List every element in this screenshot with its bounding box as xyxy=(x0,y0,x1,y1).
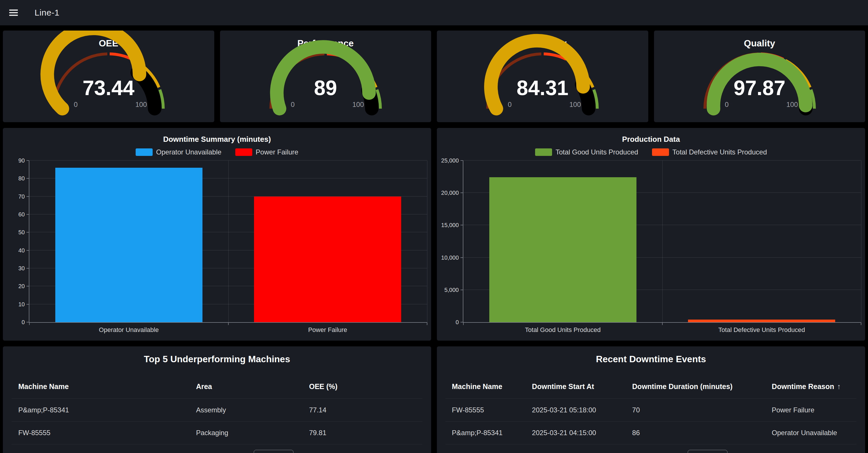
dashboard-title: Line-1 xyxy=(35,8,59,18)
x-axis-line xyxy=(29,322,427,323)
table-cell: 77.14 xyxy=(309,406,326,414)
chart-row: Downtime Summary (minutes) Operator Unav… xyxy=(3,128,865,341)
x-category-label: Total Good Units Produced xyxy=(463,326,662,334)
y-axis-tick-label: 60 xyxy=(19,211,25,218)
row-divider xyxy=(445,421,857,422)
panel-availability-gauge: Availability 84.31 0 100 xyxy=(437,31,648,122)
category-boundary-line xyxy=(427,160,427,322)
legend-item[interactable]: Total Defective Units Produced xyxy=(652,148,767,156)
panel-title: Recent Downtime Events xyxy=(437,354,865,365)
legend-item[interactable]: Operator Unavailable xyxy=(136,148,221,156)
bar-total-good-units-produced[interactable] xyxy=(489,177,637,322)
column-header[interactable]: Downtime Duration (minutes) xyxy=(632,383,733,391)
table-cell: Packaging xyxy=(196,429,228,437)
chart-legend: Total Good Units ProducedTotal Defective… xyxy=(437,148,865,156)
column-header[interactable]: Machine Name xyxy=(19,383,69,391)
y-axis-tick-label: 10 xyxy=(19,301,25,307)
y-axis-line xyxy=(29,160,29,322)
gauge-min-label: 0 xyxy=(58,100,93,109)
category-boundary-line xyxy=(861,160,861,322)
gauge-min-label: 0 xyxy=(276,100,310,109)
column-header[interactable]: Machine Name xyxy=(452,383,502,391)
column-header[interactable]: Downtime Start At xyxy=(532,383,594,391)
y-axis-tick-label: 30 xyxy=(19,265,25,272)
table-cell: 79.81 xyxy=(309,429,326,437)
y-axis-tick-label: 70 xyxy=(19,193,25,200)
column-header[interactable]: OEE (%) xyxy=(309,383,338,391)
x-category-label: Operator Unavailable xyxy=(29,326,228,334)
x-category-label: Total Defective Units Produced xyxy=(662,326,861,334)
y-axis-tick-label: 0 xyxy=(22,319,25,326)
panel-recent-downtime-events: Recent Downtime Events Machine NameDownt… xyxy=(437,346,865,453)
y-axis-tick-label: 25,000 xyxy=(441,157,459,164)
table-cell: FW-85555 xyxy=(452,406,484,414)
column-header[interactable]: Downtime Reason↑ xyxy=(772,382,841,391)
panel-title: Downtime Summary (minutes) xyxy=(3,135,431,144)
x-axis-tick xyxy=(662,323,663,325)
table-cell: P&amp;P-85341 xyxy=(452,429,502,437)
table-cell: 2025-03-21 05:18:00 xyxy=(532,406,596,414)
gauge-max-label: 100 xyxy=(775,100,810,109)
sort-ascending-icon: ↑ xyxy=(837,382,841,391)
table-cell: 70 xyxy=(632,406,640,414)
bar-power-failure[interactable] xyxy=(254,197,401,322)
y-axis-tick-label: 20 xyxy=(19,283,25,290)
y-axis-tick-label: 40 xyxy=(19,247,25,253)
panel-top5-underperforming-machines: Top 5 Underperforming Machines Machine N… xyxy=(3,346,431,453)
legend-label: Power Failure xyxy=(256,148,298,156)
panel-performance-gauge: Performance 89 0 100 xyxy=(220,31,431,122)
chart-legend: Operator UnavailablePower Failure xyxy=(3,148,431,156)
panel-downtime-summary-chart: Downtime Summary (minutes) Operator Unav… xyxy=(3,128,431,341)
category-boundary-line xyxy=(662,160,663,322)
x-axis-tick xyxy=(29,323,30,325)
row-divider xyxy=(445,444,857,444)
pagination-button[interactable] xyxy=(688,450,727,453)
menu-icon[interactable] xyxy=(9,9,18,16)
bar-operator-unavailable[interactable] xyxy=(55,168,203,322)
table-cell: P&amp;P-85341 xyxy=(19,406,69,414)
row-divider xyxy=(11,421,423,422)
legend-swatch xyxy=(136,148,153,156)
x-category-label: Power Failure xyxy=(228,326,427,334)
gauge-row: OEE 73.44 0 100 Performance 89 0 100 Ava… xyxy=(3,31,865,122)
panel-oee-gauge: OEE 73.44 0 100 xyxy=(3,31,214,122)
gauge-value: 97.87 xyxy=(654,76,865,100)
y-axis-tick-label: 10,000 xyxy=(441,254,459,261)
legend-label: Total Good Units Produced xyxy=(556,148,638,156)
top-navigation-bar: Line-1 xyxy=(0,0,868,25)
legend-label: Total Defective Units Produced xyxy=(673,148,767,156)
bar-total-defective-units-produced[interactable] xyxy=(688,320,835,322)
legend-item[interactable]: Total Good Units Produced xyxy=(535,148,638,156)
legend-label: Operator Unavailable xyxy=(156,148,221,156)
pagination-button[interactable] xyxy=(254,450,293,453)
legend-swatch xyxy=(535,148,552,156)
table-cell: Assembly xyxy=(196,406,226,414)
gauge-min-label: 0 xyxy=(710,100,744,109)
y-axis-tick-label: 90 xyxy=(19,157,25,164)
x-axis-line xyxy=(463,322,861,323)
y-axis-tick-label: 5,000 xyxy=(444,286,459,293)
table-cell: 86 xyxy=(632,429,640,437)
panel-title: Top 5 Underperforming Machines xyxy=(3,354,431,365)
gauge-max-label: 100 xyxy=(558,100,592,109)
panel-quality-gauge: Quality 97.87 0 100 xyxy=(654,31,865,122)
x-axis-tick xyxy=(427,323,427,325)
chart-plot-area: 0102030405060708090Operator UnavailableP… xyxy=(29,160,427,322)
gauge-max-label: 100 xyxy=(341,100,376,109)
gauge-max-label: 100 xyxy=(124,100,158,109)
legend-item[interactable]: Power Failure xyxy=(235,148,298,156)
gauge-min-label: 0 xyxy=(492,100,527,109)
table-cell: FW-85555 xyxy=(19,429,51,437)
row-divider xyxy=(11,444,423,444)
gauge-value: 89 xyxy=(220,76,431,100)
table-cell: Power Failure xyxy=(772,406,814,414)
y-axis-tick-label: 0 xyxy=(456,319,459,326)
panel-production-data-chart: Production Data Total Good Units Produce… xyxy=(437,128,865,341)
y-axis-tick-label: 20,000 xyxy=(441,190,459,196)
table-cell: 2025-03-21 04:15:00 xyxy=(532,429,596,437)
legend-swatch xyxy=(235,148,252,156)
gauge-value: 73.44 xyxy=(3,76,214,100)
x-axis-tick xyxy=(861,323,861,325)
column-header[interactable]: Area xyxy=(196,383,212,391)
x-axis-tick xyxy=(228,323,229,325)
